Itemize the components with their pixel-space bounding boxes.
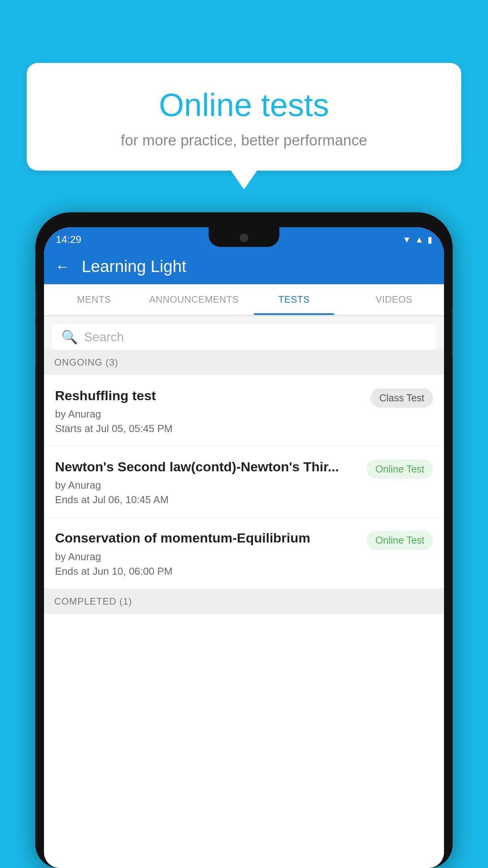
test-info-reshuffling: Reshuffling test by Anurag Starts at Jul… (55, 387, 371, 435)
test-name-conservation: Conservation of momentum-Equilibrium (55, 529, 359, 546)
app-header: ← Learning Light (44, 249, 444, 284)
status-time: 14:29 (56, 230, 81, 246)
test-item-conservation[interactable]: Conservation of momentum-Equilibrium by … (44, 517, 444, 588)
tab-videos[interactable]: VIDEOS (344, 284, 444, 315)
test-badge-conservation: Online Test (367, 531, 433, 550)
test-author-reshuffling: by Anurag (55, 408, 363, 420)
ongoing-section-header: ONGOING (3) (44, 350, 444, 375)
completed-section-header: COMPLETED (1) (44, 589, 444, 614)
volume-up-button (35, 291, 37, 318)
test-info-conservation: Conservation of momentum-Equilibrium by … (55, 529, 367, 577)
phone-notch (209, 227, 279, 247)
test-item-newton[interactable]: Newton's Second law(contd)-Newton's Thir… (44, 446, 444, 517)
phone-screen: 14:29 ▼ ▲ ▮ ← Learning Light MENTS ANNOU… (44, 227, 444, 868)
test-name-newton: Newton's Second law(contd)-Newton's Thir… (55, 458, 359, 475)
status-icons: ▼ ▲ ▮ (402, 232, 432, 245)
test-date-newton: Ends at Jul 06, 10:45 AM (55, 494, 359, 506)
test-name-reshuffling: Reshuffling test (55, 387, 363, 404)
search-icon: 🔍 (61, 329, 78, 345)
test-author-newton: by Anurag (55, 479, 359, 491)
tabs-bar: MENTS ANNOUNCEMENTS TESTS VIDEOS (44, 284, 444, 316)
test-item-reshuffling[interactable]: Reshuffling test by Anurag Starts at Jul… (44, 375, 444, 446)
test-date-conservation: Ends at Jun 10, 06:00 PM (55, 565, 359, 577)
power-button (451, 307, 453, 358)
tab-tests[interactable]: TESTS (244, 284, 344, 315)
search-placeholder: Search (84, 330, 124, 344)
search-bar[interactable]: 🔍 Search (52, 324, 436, 350)
content-area: ONGOING (3) Reshuffling test by Anurag S… (44, 350, 444, 868)
tab-announcements[interactable]: ANNOUNCEMENTS (144, 284, 244, 315)
test-badge-reshuffling: Class Test (371, 388, 433, 408)
test-author-conservation: by Anurag (55, 551, 359, 563)
wifi-icon: ▼ (402, 235, 411, 245)
volume-down-button (35, 326, 37, 366)
battery-icon: ▮ (427, 235, 432, 245)
signal-icon: ▲ (415, 235, 424, 245)
test-info-newton: Newton's Second law(contd)-Newton's Thir… (55, 458, 367, 506)
app-title: Learning Light (82, 257, 186, 276)
test-date-reshuffling: Starts at Jul 05, 05:45 PM (55, 423, 363, 435)
camera-icon (240, 234, 248, 242)
phone-frame: 14:29 ▼ ▲ ▮ ← Learning Light MENTS ANNOU… (35, 212, 453, 868)
speech-bubble: Online tests for more practice, better p… (27, 63, 461, 171)
tab-ments[interactable]: MENTS (44, 284, 144, 315)
back-button[interactable]: ← (55, 258, 70, 275)
test-badge-newton: Online Test (367, 460, 433, 479)
bubble-title: Online tests (46, 86, 442, 123)
bubble-subtitle: for more practice, better performance (46, 132, 442, 149)
